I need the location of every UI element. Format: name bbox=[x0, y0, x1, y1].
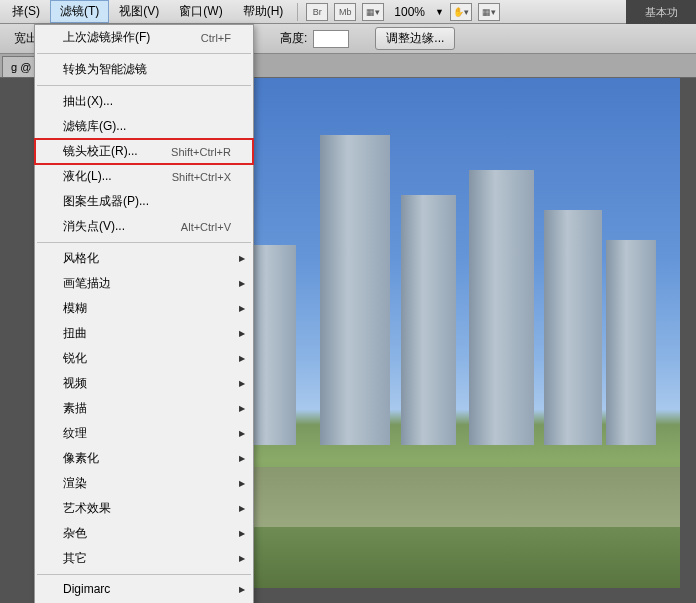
menu-item-label: 液化(L)... bbox=[63, 168, 112, 185]
menu-separator bbox=[37, 242, 251, 243]
menu-item[interactable]: 消失点(V)...Alt+Ctrl+V bbox=[35, 214, 253, 239]
menu-item[interactable]: 艺术效果 bbox=[35, 496, 253, 521]
menu-item-label: 转换为智能滤镜 bbox=[63, 61, 147, 78]
menu-item[interactable]: 风格化 bbox=[35, 246, 253, 271]
bridge-icon[interactable]: Br bbox=[306, 3, 328, 21]
menu-item[interactable]: 锐化 bbox=[35, 346, 253, 371]
menu-item[interactable]: 图案生成器(P)... bbox=[35, 189, 253, 214]
menu-item[interactable]: 渲染 bbox=[35, 471, 253, 496]
menu-item[interactable]: 素描 bbox=[35, 396, 253, 421]
menu-item[interactable]: 纹理 bbox=[35, 421, 253, 446]
menu-item[interactable]: Digimarc bbox=[35, 578, 253, 600]
menu-item-label: 镜头校正(R)... bbox=[63, 143, 138, 160]
menu-item-shortcut: Shift+Ctrl+R bbox=[171, 146, 231, 158]
toolbar-icons: Br Mb ▦▾ 100% ▼ ✋▾ ▦▾ bbox=[306, 3, 500, 21]
menu-item-label: 像素化 bbox=[63, 450, 99, 467]
menu-item-label: 扭曲 bbox=[63, 325, 87, 342]
menu-separator bbox=[37, 574, 251, 575]
building bbox=[320, 135, 390, 445]
building bbox=[606, 240, 656, 445]
menu-item[interactable]: 画笔描边 bbox=[35, 271, 253, 296]
menu-window[interactable]: 窗口(W) bbox=[169, 0, 232, 23]
menu-item[interactable]: 上次滤镜操作(F)Ctrl+F bbox=[35, 25, 253, 50]
menu-item-label: 消失点(V)... bbox=[63, 218, 125, 235]
menu-item[interactable]: 滤镜库(G)... bbox=[35, 114, 253, 139]
building bbox=[401, 195, 456, 445]
menu-separator bbox=[37, 53, 251, 54]
menu-item-shortcut: Ctrl+F bbox=[201, 32, 231, 44]
options-label-2: 高度: bbox=[280, 30, 307, 47]
menu-item[interactable]: 模糊 bbox=[35, 296, 253, 321]
hand-icon[interactable]: ✋▾ bbox=[450, 3, 472, 21]
zoom-level[interactable]: 100% bbox=[394, 5, 425, 19]
menu-item[interactable]: 液化(L)...Shift+Ctrl+X bbox=[35, 164, 253, 189]
menu-item-label: 渲染 bbox=[63, 475, 87, 492]
menu-item[interactable]: 扭曲 bbox=[35, 321, 253, 346]
minibridge-icon[interactable]: Mb bbox=[334, 3, 356, 21]
menu-item[interactable]: 杂色 bbox=[35, 521, 253, 546]
menu-item-label: 风格化 bbox=[63, 250, 99, 267]
menu-item-label: 素描 bbox=[63, 400, 87, 417]
menu-item-label: 画笔描边 bbox=[63, 275, 111, 292]
menubar: 择(S) 滤镜(T) 视图(V) 窗口(W) 帮助(H) Br Mb ▦▾ 10… bbox=[0, 0, 696, 24]
menu-item-label: 抽出(X)... bbox=[63, 93, 113, 110]
menu-item-label: 视频 bbox=[63, 375, 87, 392]
menu-help[interactable]: 帮助(H) bbox=[233, 0, 294, 23]
menu-item-label: 杂色 bbox=[63, 525, 87, 542]
building bbox=[469, 170, 534, 445]
menu-item[interactable]: 像素化 bbox=[35, 446, 253, 471]
menu-item-label: 锐化 bbox=[63, 350, 87, 367]
screen-mode-icon[interactable]: ▦▾ bbox=[362, 3, 384, 21]
menu-view[interactable]: 视图(V) bbox=[109, 0, 169, 23]
menu-item-label: 艺术效果 bbox=[63, 500, 111, 517]
zoom-dropdown-icon[interactable]: ▼ bbox=[435, 7, 444, 17]
menu-item-label: Digimarc bbox=[63, 582, 110, 596]
workspace-label[interactable]: 基本功 bbox=[626, 0, 696, 24]
divider bbox=[297, 3, 298, 21]
menu-item-shortcut: Alt+Ctrl+V bbox=[181, 221, 231, 233]
menu-separator bbox=[37, 85, 251, 86]
menu-item[interactable]: 抽出(X)... bbox=[35, 89, 253, 114]
menu-select[interactable]: 择(S) bbox=[2, 0, 50, 23]
menu-item-label: 模糊 bbox=[63, 300, 87, 317]
menu-item-label: 上次滤镜操作(F) bbox=[63, 29, 150, 46]
menu-item[interactable]: 转换为智能滤镜 bbox=[35, 57, 253, 82]
menu-item-shortcut: Shift+Ctrl+X bbox=[172, 171, 231, 183]
menu-item[interactable]: 视频 bbox=[35, 371, 253, 396]
menu-filter[interactable]: 滤镜(T) bbox=[50, 0, 109, 23]
height-field[interactable] bbox=[313, 30, 349, 48]
menu-item-label: 滤镜库(G)... bbox=[63, 118, 126, 135]
arrange-icon[interactable]: ▦▾ bbox=[478, 3, 500, 21]
menu-item-label: 图案生成器(P)... bbox=[63, 193, 149, 210]
menu-item[interactable]: 镜头校正(R)...Shift+Ctrl+R bbox=[35, 139, 253, 164]
menu-item-label: 纹理 bbox=[63, 425, 87, 442]
menu-item-label: 其它 bbox=[63, 550, 87, 567]
filter-menu-dropdown: 上次滤镜操作(F)Ctrl+F转换为智能滤镜抽出(X)...滤镜库(G)...镜… bbox=[34, 24, 254, 603]
refine-edge-button[interactable]: 调整边缘... bbox=[375, 27, 455, 50]
building bbox=[544, 210, 602, 445]
menu-item[interactable]: 其它 bbox=[35, 546, 253, 571]
